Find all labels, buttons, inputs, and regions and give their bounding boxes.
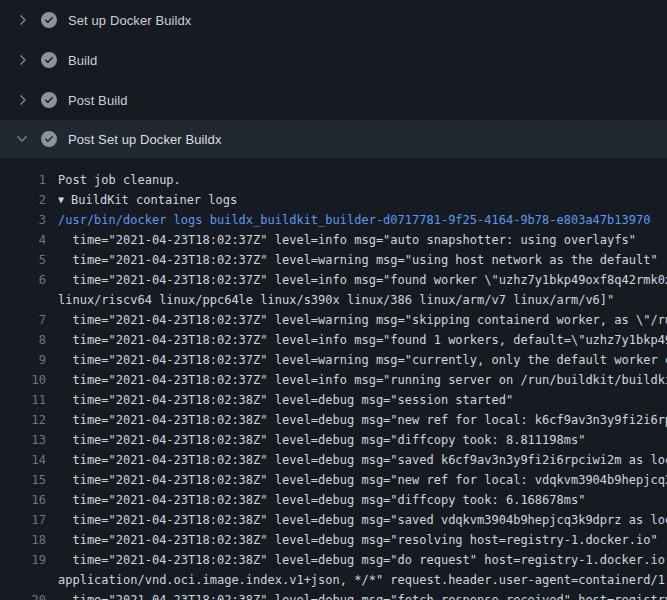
- log-line-number[interactable]: 7: [0, 310, 46, 330]
- log-text: time="2021-04-23T18:02:37Z" level=warnin…: [58, 250, 658, 270]
- log-line-number[interactable]: 4: [0, 230, 46, 250]
- log-line-number[interactable]: 2: [0, 190, 46, 210]
- log-lines: 1Post job cleanup.2▼BuildKit container l…: [0, 158, 667, 600]
- log-row: 6 time="2021-04-23T18:02:37Z" level=info…: [0, 270, 667, 290]
- log-row: linux/riscv64 linux/ppc64le linux/s390x …: [0, 290, 667, 310]
- step-header-set-up-docker-buildx[interactable]: Set up Docker Buildx: [0, 0, 667, 40]
- check-circle-icon: [41, 12, 57, 28]
- log-line-number[interactable]: 5: [0, 250, 46, 270]
- log-line-number[interactable]: 16: [0, 490, 46, 510]
- step-label: Post Set up Docker Buildx: [68, 132, 222, 147]
- log-text: time="2021-04-23T18:02:37Z" level=info m…: [58, 370, 667, 390]
- log-line-number[interactable]: 14: [0, 450, 46, 470]
- log-row: application/vnd.oci.image.index.v1+json,…: [0, 570, 667, 590]
- log-line-number[interactable]: 1: [0, 170, 46, 190]
- log-text: time="2021-04-23T18:02:37Z" level=info m…: [58, 230, 636, 250]
- log-row: 11 time="2021-04-23T18:02:38Z" level=deb…: [0, 390, 667, 410]
- check-circle-icon: [41, 92, 57, 108]
- step-label: Post Build: [68, 93, 128, 108]
- log-row: 1Post job cleanup.: [0, 170, 667, 190]
- log-line-number[interactable]: 19: [0, 550, 46, 570]
- log-text: time="2021-04-23T18:02:38Z" level=debug …: [58, 530, 658, 550]
- log-row: 7 time="2021-04-23T18:02:37Z" level=warn…: [0, 310, 667, 330]
- step-label: Set up Docker Buildx: [68, 13, 191, 28]
- log-line-number[interactable]: 11: [0, 390, 46, 410]
- log-text: time="2021-04-23T18:02:37Z" level=warnin…: [58, 310, 667, 330]
- log-line-number[interactable]: 12: [0, 410, 46, 430]
- log-row: 17 time="2021-04-23T18:02:38Z" level=deb…: [0, 510, 667, 530]
- log-line-number[interactable]: 20: [0, 590, 46, 600]
- check-circle-icon: [41, 131, 57, 147]
- log-row: 4 time="2021-04-23T18:02:37Z" level=info…: [0, 230, 667, 250]
- log-row: 3/usr/bin/docker logs buildx_buildkit_bu…: [0, 210, 667, 230]
- log-row: 2▼BuildKit container logs: [0, 190, 667, 210]
- log-row: 20 time="2021-04-23T18:02:38Z" level=deb…: [0, 590, 667, 600]
- log-row: 16 time="2021-04-23T18:02:38Z" level=deb…: [0, 490, 667, 510]
- log-line-number[interactable]: 8: [0, 330, 46, 350]
- chevron-right-icon: [14, 92, 30, 108]
- step-header-post-set-up-docker-buildx[interactable]: Post Set up Docker Buildx: [0, 120, 667, 158]
- log-line-number[interactable]: 13: [0, 430, 46, 450]
- log-text: linux/riscv64 linux/ppc64le linux/s390x …: [58, 290, 614, 310]
- log-row: 9 time="2021-04-23T18:02:37Z" level=warn…: [0, 350, 667, 370]
- log-line-number[interactable]: 9: [0, 350, 46, 370]
- log-group-caret-icon[interactable]: ▼: [58, 190, 64, 210]
- log-text: application/vnd.oci.image.index.v1+json,…: [58, 570, 667, 590]
- step-header-post-build[interactable]: Post Build: [0, 80, 667, 120]
- step-label: Build: [68, 53, 97, 68]
- log-line-number[interactable]: 6: [0, 270, 46, 290]
- log-row: 15 time="2021-04-23T18:02:38Z" level=deb…: [0, 470, 667, 490]
- chevron-down-icon: [14, 131, 30, 147]
- log-line-number[interactable]: 3: [0, 210, 46, 230]
- log-command-text: /usr/bin/docker logs buildx_buildkit_bui…: [58, 210, 650, 230]
- steps-list: Set up Docker BuildxBuildPost BuildPost …: [0, 0, 667, 158]
- log-text: time="2021-04-23T18:02:37Z" level=info m…: [58, 270, 667, 290]
- log-text: time="2021-04-23T18:02:38Z" level=debug …: [58, 390, 513, 410]
- check-circle-icon: [41, 52, 57, 68]
- chevron-right-icon: [14, 52, 30, 68]
- log-text: time="2021-04-23T18:02:38Z" level=debug …: [58, 430, 585, 450]
- log-row: 8 time="2021-04-23T18:02:37Z" level=info…: [0, 330, 667, 350]
- log-line-number[interactable]: 15: [0, 470, 46, 490]
- log-row: 5 time="2021-04-23T18:02:37Z" level=warn…: [0, 250, 667, 270]
- log-line-number[interactable]: 10: [0, 370, 46, 390]
- log-text: time="2021-04-23T18:02:38Z" level=debug …: [58, 470, 667, 490]
- log-text: time="2021-04-23T18:02:38Z" level=debug …: [58, 590, 667, 600]
- log-row: 12 time="2021-04-23T18:02:38Z" level=deb…: [0, 410, 667, 430]
- log-text: time="2021-04-23T18:02:38Z" level=debug …: [58, 490, 585, 510]
- log-line-number[interactable]: 18: [0, 530, 46, 550]
- log-text: Post job cleanup.: [58, 170, 181, 190]
- step-header-build[interactable]: Build: [0, 40, 667, 80]
- log-group-title[interactable]: BuildKit container logs: [71, 190, 237, 210]
- log-text: time="2021-04-23T18:02:37Z" level=warnin…: [58, 350, 667, 370]
- chevron-right-icon: [14, 12, 30, 28]
- log-text: time="2021-04-23T18:02:38Z" level=debug …: [58, 450, 667, 470]
- log-row: 14 time="2021-04-23T18:02:38Z" level=deb…: [0, 450, 667, 470]
- log-line-number[interactable]: 17: [0, 510, 46, 530]
- log-text: time="2021-04-23T18:02:38Z" level=debug …: [58, 410, 667, 430]
- log-row: 13 time="2021-04-23T18:02:38Z" level=deb…: [0, 430, 667, 450]
- log-row: 19 time="2021-04-23T18:02:38Z" level=deb…: [0, 550, 667, 570]
- log-row: 18 time="2021-04-23T18:02:38Z" level=deb…: [0, 530, 667, 550]
- log-text: time="2021-04-23T18:02:38Z" level=debug …: [58, 550, 667, 570]
- log-text: time="2021-04-23T18:02:38Z" level=debug …: [58, 510, 667, 530]
- log-row: 10 time="2021-04-23T18:02:37Z" level=inf…: [0, 370, 667, 390]
- log-text: time="2021-04-23T18:02:37Z" level=info m…: [58, 330, 667, 350]
